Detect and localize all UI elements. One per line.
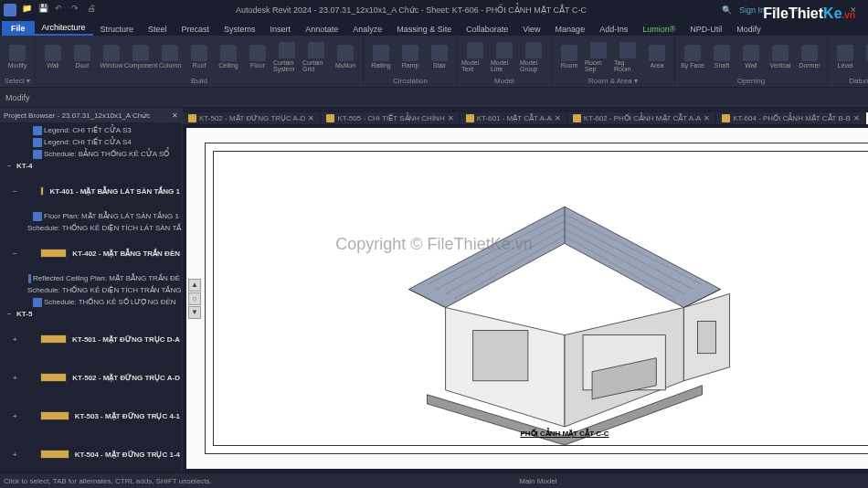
ribbon-button-column[interactable]: Column xyxy=(156,39,184,74)
tab-massing[interactable]: Massing & Site xyxy=(389,23,459,36)
tree-node[interactable]: Schedule: THỐNG KÊ DIỆN TÍCH TRẦN TẦNG xyxy=(0,284,182,296)
tab-manage[interactable]: Manage xyxy=(548,23,593,36)
document-tab[interactable]: KT-502 - MẶT ĐỨNG TRỤC A-D ✕ xyxy=(183,112,321,124)
ribbon-button-dormer[interactable]: Dormer xyxy=(796,39,823,74)
ribbon-button-component[interactable]: Component xyxy=(127,39,154,74)
svg-rect-2 xyxy=(697,322,715,354)
tree-node[interactable]: +KT-503 - MẶT ĐỨNG TRỤC 4-1 xyxy=(0,397,182,435)
ribbon-group: RailingRampStairCirculation xyxy=(364,37,458,87)
tree-node[interactable]: −KT-5 xyxy=(0,308,182,320)
tree-node[interactable]: Legend: CHI TIẾT CỬA S3 xyxy=(0,124,182,136)
ribbon-button-mullion[interactable]: Mullion xyxy=(332,39,359,74)
tree-node[interactable]: +KT-504 - MẶT ĐỨNG TRỤC 1-4 xyxy=(0,435,182,472)
ribbon-button-level[interactable]: Level xyxy=(831,39,859,74)
ribbon-button-tag-room[interactable]: Tag Room xyxy=(614,39,641,74)
close-icon[interactable]: ✕ xyxy=(704,114,710,122)
ribbon-group-label: Circulation xyxy=(367,75,453,85)
ribbon-button-shaft[interactable]: Shaft xyxy=(708,39,736,74)
ribbon-group-label: Datum xyxy=(831,75,868,85)
document-tab[interactable]: KT-604 - PHỐI CẢNH MẶT CẮT B-B ✕ xyxy=(716,112,866,124)
project-browser-header: Project Browser - 23.07.31_12x10x1_A Chứ… xyxy=(0,108,182,122)
tab-file[interactable]: File xyxy=(2,21,35,36)
qat-undo-icon[interactable]: ↶ xyxy=(55,4,68,16)
ribbon-button-roof[interactable]: Roof xyxy=(185,39,213,74)
tab-addins[interactable]: Add-Ins xyxy=(592,23,635,36)
document-tab[interactable]: KT-505 - CHI TIẾT SẢNH CHÍNH ✕ xyxy=(321,112,460,124)
nav-up-icon[interactable]: ▲ xyxy=(188,279,201,292)
ribbon-button-model-text[interactable]: Model Text xyxy=(461,39,489,74)
nav-down-icon[interactable]: ▼ xyxy=(188,306,201,319)
viewport[interactable]: ▲ ○ ▼ xyxy=(186,128,868,469)
ribbon-button-wall[interactable]: Wall xyxy=(737,39,765,74)
qat-open-icon[interactable]: 📁 xyxy=(22,4,35,16)
house-3d-section-icon xyxy=(214,152,868,445)
help-icon[interactable]: ? xyxy=(772,5,777,15)
tree-node[interactable]: +KT-502 - MẶT ĐỨNG TRỤC A-D xyxy=(0,358,182,397)
tab-view[interactable]: View xyxy=(515,23,547,36)
tree-node[interactable]: Reflected Ceiling Plan: MẶT BẰNG TRẦN ĐÈ xyxy=(0,272,182,284)
nav-circle-icon[interactable]: ○ xyxy=(188,292,201,305)
svg-rect-0 xyxy=(473,331,528,381)
ribbon-button-curtain-grid[interactable]: Curtain Grid xyxy=(302,39,330,74)
search-icon[interactable]: 🔍 xyxy=(722,5,732,15)
ribbon-button-room[interactable]: Room xyxy=(556,39,583,74)
ribbon-group-label: Opening xyxy=(679,75,823,85)
tab-architecture[interactable]: Architecture xyxy=(35,21,93,36)
ribbon-button-curtain-system[interactable]: Curtain System xyxy=(273,39,301,74)
tab-steel[interactable]: Steel xyxy=(141,23,175,36)
view-controls: ▲ ○ ▼ xyxy=(188,279,201,319)
ribbon-button-window[interactable]: Window xyxy=(98,39,125,74)
ribbon-button-grid[interactable]: Grid xyxy=(861,39,868,74)
tab-structure[interactable]: Structure xyxy=(93,23,142,36)
tree-node[interactable]: Schedule: THỐNG KÊ DIỆN TÍCH LÁT SÀN TẦ xyxy=(0,222,182,234)
tree-node[interactable]: −KT-401 - MẶT BẰNG LÁT SÀN TẦNG 1 xyxy=(0,172,182,210)
ribbon-button-stair[interactable]: Stair xyxy=(426,39,453,74)
ribbon-button-room-sep[interactable]: Room Sep xyxy=(585,39,612,74)
tab-precast[interactable]: Precast xyxy=(175,23,217,36)
ribbon-button-wall[interactable]: Wall xyxy=(39,39,67,74)
close-button[interactable]: ✕ xyxy=(842,2,864,18)
tab-collaborate[interactable]: Collaborate xyxy=(459,23,515,36)
tree-node[interactable]: +KT-501 - MẶT ĐỨNG TRỤC D-A xyxy=(0,320,182,358)
ribbon-button-floor[interactable]: Floor xyxy=(244,39,271,74)
tab-systems[interactable]: Systems xyxy=(217,23,263,36)
ribbon-button-model-group[interactable]: Model Group xyxy=(520,39,547,74)
tab-insert[interactable]: Insert xyxy=(263,23,299,36)
project-browser-tree[interactable]: Legend: CHI TIẾT CỬA S3Legend: CHI TIẾT … xyxy=(0,122,182,472)
drawing-viewport[interactable]: PHỐI CẢNH MẶT CẮT C-C xyxy=(214,152,868,445)
qat-save-icon[interactable]: 💾 xyxy=(38,4,51,16)
close-icon[interactable]: ✕ xyxy=(448,114,454,122)
tab-modify[interactable]: Modify xyxy=(729,23,768,36)
qat-redo-icon[interactable]: ↷ xyxy=(71,4,84,16)
tree-node[interactable]: −KT-402 - MẶT BẰNG TRẦN ĐÈN xyxy=(0,234,182,272)
close-icon[interactable]: ✕ xyxy=(172,111,178,120)
document-tab[interactable]: KT-602 - PHỐI CẢNH MẶT CẮT A-A ✕ xyxy=(567,112,716,124)
ribbon-group-label: Select ▾ xyxy=(4,75,31,85)
ribbon-button-door[interactable]: Door xyxy=(69,39,96,74)
tab-annotate[interactable]: Annotate xyxy=(298,23,345,36)
close-icon[interactable]: ✕ xyxy=(853,114,860,122)
signin-link[interactable]: Sign In xyxy=(739,5,765,15)
ribbon-button-modify[interactable]: Modify xyxy=(4,39,31,74)
tree-node[interactable]: −KT-4 xyxy=(0,160,182,172)
tree-node[interactable]: Schedule: BẢNG THỐNG KÊ CỬA SỔ xyxy=(0,148,182,160)
qat-print-icon[interactable]: 🖨 xyxy=(88,4,101,16)
minimize-button[interactable]: — xyxy=(784,2,806,18)
ribbon-button-ramp[interactable]: Ramp xyxy=(397,39,424,74)
tree-node[interactable]: Schedule: THỐNG KÊ SỐ LƯỢNG ĐÈN xyxy=(0,296,182,308)
close-icon[interactable]: ✕ xyxy=(555,114,561,122)
tab-analyze[interactable]: Analyze xyxy=(345,23,389,36)
ribbon-button-railing[interactable]: Railing xyxy=(367,39,395,74)
document-tab[interactable]: KT-601 - MẶT CẮT A-A ✕ xyxy=(460,112,567,124)
ribbon-button-model-line[interactable]: Model Line xyxy=(491,39,518,74)
ribbon-button-ceiling[interactable]: Ceiling xyxy=(215,39,242,74)
ribbon-button-vertical[interactable]: Vertical xyxy=(767,39,794,74)
maximize-button[interactable]: □ xyxy=(813,2,835,18)
ribbon-button-by-face[interactable]: By Face xyxy=(679,39,706,74)
tree-node[interactable]: Floor Plan: MẶT BẰNG LÁT SÀN TẦNG 1 xyxy=(0,210,182,222)
close-icon[interactable]: ✕ xyxy=(308,114,314,122)
ribbon-button-area[interactable]: Area xyxy=(643,39,671,74)
tab-lumion[interactable]: Lumion® xyxy=(635,23,683,36)
tree-node[interactable]: Legend: CHI TIẾT CỬA S4 xyxy=(0,136,182,148)
tab-npdutil[interactable]: NPD-Util xyxy=(683,23,729,36)
